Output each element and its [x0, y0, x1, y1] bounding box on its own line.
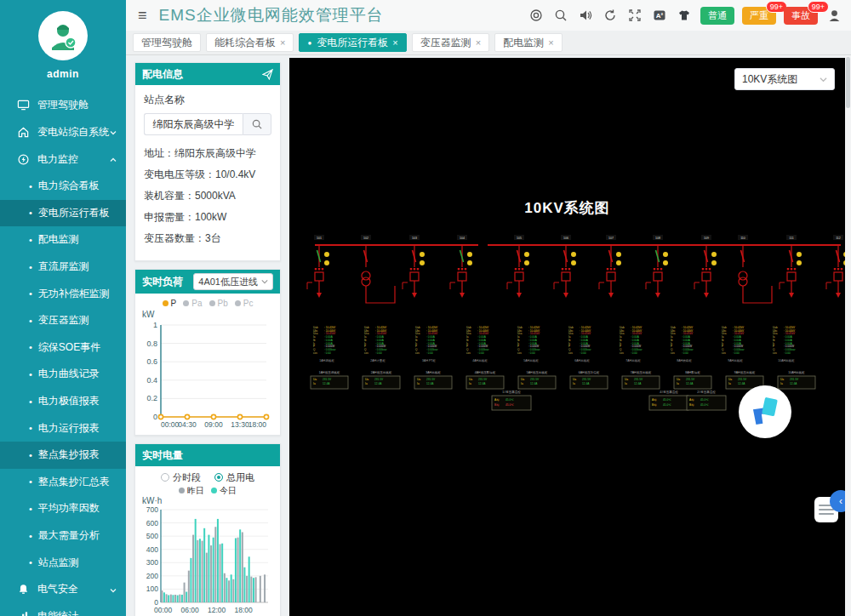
svg-text:12.4A: 12.4A [686, 382, 694, 385]
svg-text:45.0℃: 45.0℃ [505, 403, 514, 407]
svg-text:111: 111 [789, 237, 793, 240]
status-badge-严重[interactable]: 严重99+ [742, 7, 776, 25]
status-badge-事故[interactable]: 事故99+ [784, 7, 818, 25]
svg-text:4#变压器温控: 4#变压器温控 [660, 390, 678, 394]
sidebar-subitem-直流屏监测[interactable]: •直流屏监测 [0, 254, 126, 281]
energy-mode-radios: 分时段总用电 [139, 470, 277, 485]
sidebar-item-变电站综自系统[interactable]: 变电站综自系统 [0, 118, 126, 145]
svg-text:Ua: Ua [728, 378, 732, 381]
svg-text:Ua: Ua [313, 378, 317, 381]
translate-icon[interactable]: A² [651, 7, 668, 24]
vertical-scrollbar[interactable] [845, 55, 851, 616]
sidebar-subitem-整点集抄汇总表[interactable]: •整点集抄汇总表 [0, 469, 126, 496]
refresh-icon[interactable] [602, 7, 619, 24]
tab-配电监测[interactable]: 配电监测× [494, 33, 562, 52]
fullscreen-icon[interactable] [626, 7, 643, 24]
site-info-fields: 地址：绵阳东辰高级中学变电电压等级：10/0.4kV装机容量：5000kVA申报… [144, 143, 271, 249]
legend-item-昨日[interactable]: 昨日 [179, 485, 204, 497]
svg-text:A相: A相 [494, 398, 499, 402]
svg-text:: 0.00: : 0.00 [784, 351, 791, 355]
field-value: 10/0.4kV [215, 168, 255, 180]
sidebar-subitem-电力运行报表[interactable]: •电力运行报表 [0, 414, 126, 442]
info-field-变压器数量: 变压器数量：3台 [144, 228, 271, 249]
data-block-1AH进线柜: Uab: 10.42kVUbc: 10.44kVUca: 10.41kVIa: … [313, 326, 336, 362]
tab-能耗综合看板[interactable]: 能耗综合看板× [206, 33, 294, 52]
tab-变压器监测[interactable]: 变压器监测× [412, 33, 489, 52]
field-label: 地址： [144, 147, 174, 159]
sidebar-subitem-变压器监测[interactable]: •变压器监测 [0, 307, 126, 334]
svg-text:B相: B相 [494, 403, 499, 407]
svg-text:4AH低压配电柜: 4AH低压配电柜 [475, 370, 496, 374]
svg-text:231.5V: 231.5V [478, 378, 488, 381]
sidebar-subitem-站点监测[interactable]: •站点监测 [0, 549, 126, 576]
data-block-10AH出线柜: Uab: 10.42kVUbc: 10.44kVUca: 10.41kVIa: … [773, 326, 796, 362]
sidebar-item-电气安全[interactable]: 电气安全 [0, 576, 126, 603]
home-icon [17, 126, 30, 139]
sidebar-subitem-综保SOE事件[interactable]: •综保SOE事件 [0, 334, 126, 362]
svg-text:Ua: Ua [521, 378, 524, 381]
field-label: 装机容量： [144, 190, 195, 202]
svg-text:12.4A: 12.4A [374, 382, 382, 385]
sidebar-subitem-电力综合看板[interactable]: •电力综合看板 [0, 173, 126, 200]
sidebar-subitem-最大需量分析[interactable]: •最大需量分析 [0, 522, 126, 550]
legend-item-P[interactable]: P [163, 299, 177, 308]
site-search-input[interactable] [144, 113, 243, 135]
sidebar-subitem-label: 电力曲线记录 [38, 367, 100, 381]
sidebar-subitem-无功补偿柜监测[interactable]: •无功补偿柜监测 [0, 280, 126, 307]
dashboard-icon [17, 99, 30, 111]
svg-text:: 0.00: : 0.00 [324, 351, 331, 355]
status-badge-普通[interactable]: 普通 [700, 7, 734, 25]
sidebar-item-管理驾驶舱[interactable]: 管理驾驶舱 [0, 91, 126, 118]
diagram-select[interactable]: 10KV系统图 [734, 68, 835, 90]
svg-text:04:30: 04:30 [178, 420, 197, 429]
sidebar-subitem-变电所运行看板[interactable]: •变电所运行看板 [0, 200, 126, 227]
sidebar-item-电能统计[interactable]: 电能统计 [0, 603, 126, 616]
tab-bar: 管理驾驶舱能耗综合看板×变电所运行看板×变压器监测×配电监测× [126, 31, 851, 55]
temp-box-1#变压器温控: 1#变压器温控A相45.0℃B相45.0℃ [492, 390, 531, 410]
volume-icon[interactable] [577, 7, 594, 24]
sidebar-subitem-配电监测[interactable]: •配电监测 [0, 226, 126, 254]
send-icon[interactable] [262, 69, 273, 80]
floating-assistant[interactable]: ‹ [814, 490, 845, 526]
svg-text:101: 101 [317, 237, 322, 240]
svg-text:231.5V: 231.5V [374, 378, 384, 381]
sidebar-subitem-电力曲线记录[interactable]: •电力曲线记录 [0, 361, 126, 388]
svg-text:9AH出线柜: 9AH出线柜 [728, 359, 743, 362]
svg-text:110: 110 [740, 237, 745, 240]
svg-text:231.5V: 231.5V [426, 378, 436, 381]
site-search-button[interactable] [243, 113, 271, 135]
svg-text:7AH出线柜: 7AH出线柜 [625, 359, 641, 362]
sidebar-subitem-电力极值报表[interactable]: •电力极值报表 [0, 388, 126, 415]
radio-分时段[interactable]: 分时段 [161, 471, 201, 484]
feeder-select[interactable]: 4A01低压进线 [193, 273, 273, 290]
hamburger-menu-icon[interactable]: ≡ [138, 8, 147, 23]
legend-item-今日[interactable]: 今日 [211, 485, 237, 497]
sidebar-subitem-整点集抄报表[interactable]: •整点集抄报表 [0, 442, 126, 469]
bullet-icon: • [29, 369, 32, 379]
tab-close-icon[interactable]: × [392, 37, 397, 48]
legend-item-Pa[interactable]: Pa [183, 299, 202, 308]
tab-close-icon[interactable]: × [476, 37, 481, 48]
radio-总用电[interactable]: 总用电 [214, 471, 254, 484]
sidebar-item-电力监控[interactable]: 电力监控 [0, 145, 126, 173]
avatar[interactable] [38, 11, 88, 60]
svg-text:1: 1 [153, 321, 157, 329]
data-block-7AH出线柜: Uab: 10.42kVUbc: 10.44kVUca: 10.41kVIa: … [620, 326, 643, 362]
svg-text:cos: cos [517, 351, 522, 355]
theme-shirt-icon[interactable] [676, 7, 693, 24]
tab-close-icon[interactable]: × [280, 37, 285, 48]
target-icon[interactable] [528, 7, 545, 24]
tab-管理驾驶舱[interactable]: 管理驾驶舱 [133, 33, 201, 52]
tab-变电所运行看板[interactable]: 变电所运行看板× [299, 33, 406, 52]
svg-text:Ua: Ua [365, 378, 368, 381]
tab-close-icon[interactable]: × [548, 37, 553, 48]
search-icon[interactable] [552, 7, 569, 24]
field-label: 变压器数量： [144, 232, 205, 244]
sidebar-item-label: 变电站综自系统 [37, 125, 109, 140]
sidebar-subitem-平均功率因数[interactable]: •平均功率因数 [0, 495, 126, 522]
legend-item-Pc[interactable]: Pc [235, 299, 254, 308]
svg-text:Ia: Ia [677, 382, 679, 385]
svg-text:Ua: Ua [469, 378, 472, 381]
legend-item-Pb[interactable]: Pb [209, 299, 228, 308]
svg-text:12.4A: 12.4A [582, 382, 590, 385]
